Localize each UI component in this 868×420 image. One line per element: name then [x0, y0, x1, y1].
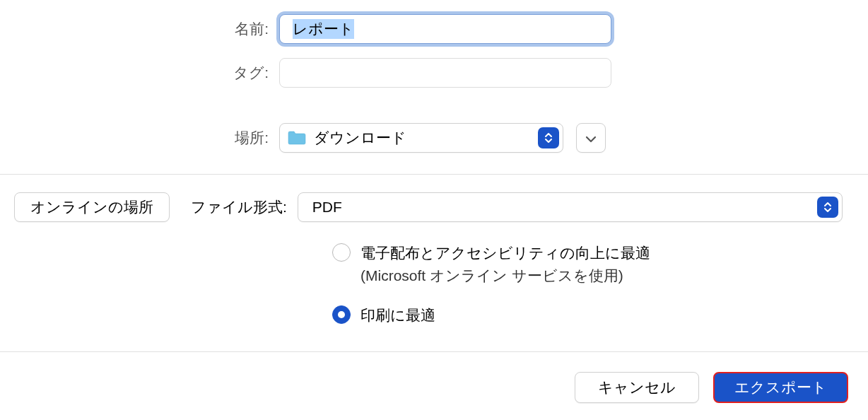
radio-selected-icon — [332, 305, 351, 324]
expand-button[interactable] — [576, 123, 606, 153]
radio-online-text: 電子配布とアクセシビリティの向上に最適 (Microsoft オンライン サービ… — [360, 242, 650, 286]
tags-input[interactable] — [279, 58, 611, 88]
export-button[interactable]: エクスポート — [713, 372, 848, 403]
file-format-label: ファイル形式: — [191, 197, 287, 217]
updown-arrows-icon — [817, 197, 838, 218]
radio-print-text: 印刷に最適 — [360, 304, 435, 327]
location-select[interactable]: ダウンロード — [279, 123, 563, 153]
updown-arrows-icon — [538, 127, 559, 148]
cancel-button[interactable]: キャンセル — [575, 372, 699, 403]
chevron-down-icon — [585, 130, 597, 146]
file-format-value: PDF — [312, 199, 817, 216]
name-input[interactable] — [279, 14, 611, 44]
name-label: 名前: — [14, 19, 279, 39]
tags-label: タグ: — [14, 63, 279, 83]
location-value: ダウンロード — [314, 128, 538, 148]
file-format-select[interactable]: PDF — [298, 192, 843, 222]
radio-option-online[interactable]: 電子配布とアクセシビリティの向上に最適 (Microsoft オンライン サービ… — [332, 242, 854, 286]
folder-icon — [287, 130, 307, 146]
location-label: 場所: — [14, 128, 279, 148]
radio-option-print[interactable]: 印刷に最適 — [332, 304, 854, 327]
online-location-button[interactable]: オンラインの場所 — [14, 192, 170, 222]
radio-unselected-icon — [332, 243, 351, 262]
